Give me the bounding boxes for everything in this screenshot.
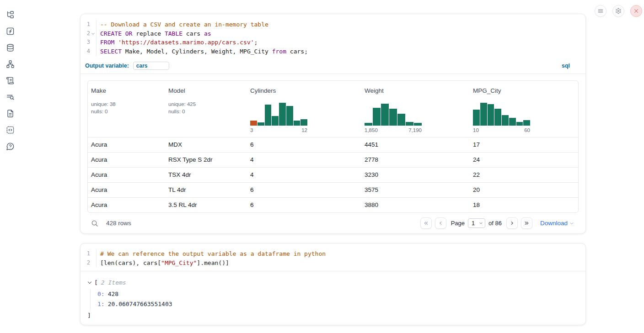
fold-chevron-icon[interactable] bbox=[91, 32, 95, 35]
items-count: 2 Items bbox=[98, 279, 126, 286]
next-page-button[interactable] bbox=[506, 217, 518, 229]
table-cell: 3575 bbox=[361, 186, 470, 193]
settings-button[interactable] bbox=[612, 5, 624, 17]
last-page-button[interactable] bbox=[521, 217, 532, 229]
line-number-text: 2 bbox=[87, 259, 90, 268]
table-cell: 4 bbox=[247, 171, 361, 178]
code-token: from bbox=[272, 48, 286, 55]
table-row[interactable]: AcuraTL 4dr6357520 bbox=[88, 182, 578, 197]
histogram-bar bbox=[414, 123, 422, 126]
table-cell: 3.5 RL 4dr bbox=[165, 201, 247, 208]
histogram-max-label: 60 bbox=[524, 127, 530, 133]
code-token: "MPG_City" bbox=[161, 259, 197, 266]
histogram-bar bbox=[301, 119, 307, 126]
table-row[interactable]: AcuraTSX 4dr4323022 bbox=[88, 167, 578, 182]
column-header[interactable]: Makeunique: 38nulls: 0 bbox=[88, 81, 165, 137]
code-editor-python[interactable]: 1# We can reference the output variable … bbox=[80, 243, 585, 267]
collapse-chevron-icon[interactable] bbox=[88, 280, 91, 284]
python-cell: 1# We can reference the output variable … bbox=[80, 243, 586, 325]
code-editor-sql[interactable]: 1-- Download a CSV and create an in-memo… bbox=[80, 14, 585, 56]
table-row[interactable]: Acura3.5 RL 4dr6388018 bbox=[88, 197, 578, 212]
histogram-min-label: 1,850 bbox=[365, 127, 378, 133]
table-header-row: Makeunique: 38nulls: 0Modelunique: 425nu… bbox=[88, 81, 578, 137]
page-select[interactable]: 1 bbox=[468, 218, 485, 228]
code-token: as bbox=[204, 30, 211, 37]
chevrons-left-icon bbox=[423, 220, 429, 226]
close-button[interactable] bbox=[630, 5, 642, 17]
histogram-bar bbox=[509, 118, 516, 126]
chevrons-right-icon bbox=[524, 220, 530, 226]
search-icon bbox=[91, 220, 98, 227]
column-header[interactable]: Modelunique: 425nulls: 0 bbox=[165, 81, 247, 137]
histogram-bar bbox=[279, 103, 286, 126]
close-x-icon bbox=[633, 8, 639, 14]
tree-entry-value: 428 bbox=[105, 291, 118, 297]
code-line: 4SELECT Make, Model, Cylinders, Weight, … bbox=[80, 47, 585, 56]
language-label[interactable]: sql bbox=[562, 63, 570, 69]
column-name: Weight bbox=[365, 87, 466, 94]
table-row[interactable]: AcuraMDX6445117 bbox=[88, 137, 578, 152]
column-header[interactable]: Cylinders312 bbox=[247, 81, 361, 137]
histogram-bar bbox=[523, 120, 530, 126]
histogram-axis-labels: 1060 bbox=[473, 127, 530, 133]
table-cell: TSX 4dr bbox=[165, 171, 247, 178]
code-token: SELECT bbox=[100, 48, 122, 55]
download-button[interactable]: Download bbox=[540, 220, 574, 227]
code-line-text: CREATE OR replace TABLE cars as bbox=[96, 29, 211, 38]
column-name: Model bbox=[168, 87, 243, 94]
histogram-bar bbox=[480, 103, 487, 126]
histogram-bar bbox=[286, 106, 293, 126]
snippets-code-icon bbox=[6, 126, 15, 134]
table-cell: TL 4dr bbox=[165, 186, 247, 193]
code-line-text: SELECT Make, Model, Cylinders, Weight, M… bbox=[96, 47, 308, 56]
column-header[interactable]: MPG_City1060 bbox=[470, 81, 579, 137]
sidebar-item-help[interactable] bbox=[4, 140, 16, 153]
column-name: MPG_City bbox=[473, 87, 575, 94]
table-cell: 4451 bbox=[361, 141, 470, 148]
first-page-button[interactable] bbox=[420, 217, 432, 229]
scratchpad-scroll-icon bbox=[6, 76, 15, 85]
code-token: OR bbox=[125, 30, 133, 37]
help-bubble-icon bbox=[6, 142, 15, 151]
row-count: 428 rows bbox=[106, 220, 131, 227]
column-name: Make bbox=[91, 87, 161, 94]
download-label: Download bbox=[540, 220, 568, 227]
table-cell: Acura bbox=[88, 141, 165, 148]
column-stat-line: nulls: 0 bbox=[91, 108, 161, 116]
sidebar-item-file-tree[interactable] bbox=[4, 8, 16, 21]
table-cell: 24 bbox=[470, 156, 579, 163]
table-body: AcuraMDX6445117AcuraRSX Type S 2dr427782… bbox=[88, 137, 578, 212]
output-variable-input[interactable] bbox=[133, 62, 169, 70]
code-token bbox=[122, 30, 125, 37]
table-search-button[interactable] bbox=[91, 220, 98, 227]
histogram-bars bbox=[365, 102, 422, 126]
sidebar-item-functions[interactable] bbox=[4, 25, 16, 37]
sidebar-item-datasources[interactable] bbox=[4, 41, 16, 54]
table-cell: 6 bbox=[247, 141, 361, 148]
tree-entries: 0:4281:20.060747663551403 bbox=[90, 289, 578, 309]
line-number-text: 3 bbox=[87, 38, 90, 47]
previous-page-button[interactable] bbox=[435, 217, 446, 229]
sidebar-item-snippets[interactable] bbox=[4, 123, 16, 136]
code-token: 'https://datasets.marimo.app/cars.csv' bbox=[118, 39, 254, 46]
menu-button[interactable] bbox=[595, 5, 606, 17]
hamburger-menu-icon bbox=[597, 8, 604, 14]
table-cell: 6 bbox=[247, 186, 361, 193]
sidebar-item-dependency-graph[interactable] bbox=[4, 58, 16, 70]
histogram-axis-labels: 1,8507,190 bbox=[365, 127, 422, 133]
sidebar-item-documentation[interactable] bbox=[4, 107, 16, 120]
sidebar-item-scratchpad[interactable] bbox=[4, 74, 16, 87]
line-number: 2 bbox=[80, 29, 96, 38]
page-total-label: of 86 bbox=[488, 220, 502, 227]
tree-output-header: [ 2 Items bbox=[87, 279, 578, 286]
sql-cell: 1-- Download a CSV and create an in-memo… bbox=[80, 14, 586, 234]
column-header[interactable]: Weight1,8507,190 bbox=[361, 81, 470, 137]
table-row[interactable]: AcuraRSX Type S 2dr4277824 bbox=[88, 152, 578, 167]
sql-cell-output: Makeunique: 38nulls: 0Modelunique: 425nu… bbox=[80, 74, 585, 234]
code-line: 1# We can reference the output variable … bbox=[80, 249, 585, 259]
code-token: TABLE bbox=[165, 30, 182, 37]
sidebar-item-logs[interactable] bbox=[4, 90, 16, 103]
tree-entry: 1:20.060747663551403 bbox=[97, 299, 578, 309]
code-token: cars bbox=[182, 30, 204, 37]
code-token: # We can reference the output variable a… bbox=[100, 250, 326, 257]
